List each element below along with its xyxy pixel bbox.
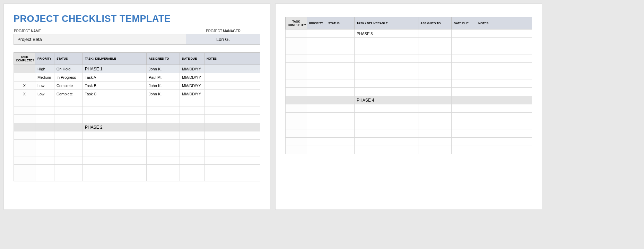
cell-task[interactable]: Task C [83,90,147,98]
cell-date_due[interactable] [452,71,476,79]
cell-priority[interactable] [307,46,326,54]
cell-assigned[interactable] [418,96,452,104]
cell-status[interactable] [54,131,83,140]
cell-status[interactable] [326,113,355,121]
cell-assigned[interactable] [418,38,452,46]
cell-notes[interactable] [204,73,260,81]
cell-date_due[interactable] [452,146,476,154]
cell-priority[interactable] [35,131,54,140]
cell-priority[interactable] [307,113,326,121]
cell-assigned[interactable] [147,140,180,148]
cell-priority[interactable] [35,123,54,131]
cell-status[interactable] [54,156,83,165]
cell-notes[interactable] [476,38,532,46]
cell-status[interactable] [326,79,355,88]
cell-notes[interactable] [476,104,532,113]
cell-assigned[interactable] [418,88,452,96]
cell-status[interactable] [54,123,83,131]
cell-notes[interactable] [204,106,260,115]
cell-date_due[interactable] [180,173,204,181]
cell-complete[interactable] [286,71,307,79]
cell-date_due[interactable]: MM/DD/YY [180,65,204,73]
cell-assigned[interactable] [418,54,452,63]
cell-priority[interactable] [307,104,326,113]
cell-complete[interactable] [14,165,35,173]
cell-status[interactable] [326,63,355,71]
cell-date_due[interactable] [452,88,476,96]
cell-date_due[interactable] [452,129,476,138]
cell-assigned[interactable] [147,115,180,123]
cell-task[interactable] [83,148,147,156]
cell-priority[interactable] [307,121,326,129]
cell-task[interactable] [83,156,147,165]
project-manager-value[interactable]: Lori G. [186,34,260,44]
cell-complete[interactable] [286,104,307,113]
cell-notes[interactable] [204,131,260,140]
cell-task[interactable] [355,54,418,63]
cell-notes[interactable] [476,88,532,96]
cell-date_due[interactable] [452,46,476,54]
cell-status[interactable] [326,129,355,138]
cell-task[interactable] [355,63,418,71]
cell-assigned[interactable] [418,79,452,88]
cell-task[interactable]: PHASE 1 [83,65,147,73]
cell-status[interactable] [326,96,355,104]
cell-complete[interactable] [14,123,35,131]
cell-assigned[interactable] [147,98,180,106]
cell-priority[interactable] [307,79,326,88]
cell-date_due[interactable] [180,165,204,173]
cell-assigned[interactable]: John K. [147,90,180,98]
cell-notes[interactable] [204,65,260,73]
cell-task[interactable] [355,38,418,46]
cell-status[interactable] [326,71,355,79]
cell-assigned[interactable] [147,123,180,131]
project-name-value[interactable]: Project Beta [14,34,186,44]
cell-task[interactable] [83,131,147,140]
cell-assigned[interactable] [418,138,452,146]
cell-complete[interactable]: X [14,90,35,98]
cell-complete[interactable] [286,121,307,129]
cell-complete[interactable] [286,29,307,38]
cell-task[interactable]: PHASE 2 [83,123,147,131]
cell-status[interactable] [326,104,355,113]
cell-complete[interactable] [14,65,35,73]
cell-task[interactable] [355,46,418,54]
cell-status[interactable] [54,148,83,156]
cell-priority[interactable] [35,156,54,165]
cell-notes[interactable] [204,115,260,123]
cell-complete[interactable] [14,106,35,115]
cell-complete[interactable] [286,129,307,138]
cell-status[interactable] [326,29,355,38]
cell-date_due[interactable] [452,79,476,88]
cell-notes[interactable] [476,54,532,63]
cell-status[interactable] [54,98,83,106]
cell-task[interactable] [83,98,147,106]
cell-complete[interactable] [14,148,35,156]
cell-task[interactable]: Task A [83,73,147,81]
cell-assigned[interactable]: John K. [147,81,180,90]
cell-priority[interactable] [307,138,326,146]
cell-notes[interactable] [204,90,260,98]
cell-status[interactable]: Complete [54,81,83,90]
cell-notes[interactable] [476,113,532,121]
cell-status[interactable] [326,138,355,146]
cell-status[interactable] [326,146,355,154]
cell-status[interactable] [54,115,83,123]
cell-complete[interactable] [14,140,35,148]
cell-task[interactable] [355,138,418,146]
cell-task[interactable] [355,121,418,129]
cell-complete[interactable] [14,156,35,165]
cell-status[interactable]: In Progress [54,73,83,81]
cell-date_due[interactable] [180,148,204,156]
cell-complete[interactable]: X [14,81,35,90]
cell-date_due[interactable] [180,106,204,115]
cell-notes[interactable] [204,98,260,106]
cell-notes[interactable] [204,165,260,173]
cell-task[interactable] [355,71,418,79]
cell-priority[interactable]: High [35,65,54,73]
cell-status[interactable] [54,140,83,148]
cell-assigned[interactable] [147,173,180,181]
cell-priority[interactable] [307,38,326,46]
cell-assigned[interactable] [418,63,452,71]
cell-notes[interactable] [476,71,532,79]
